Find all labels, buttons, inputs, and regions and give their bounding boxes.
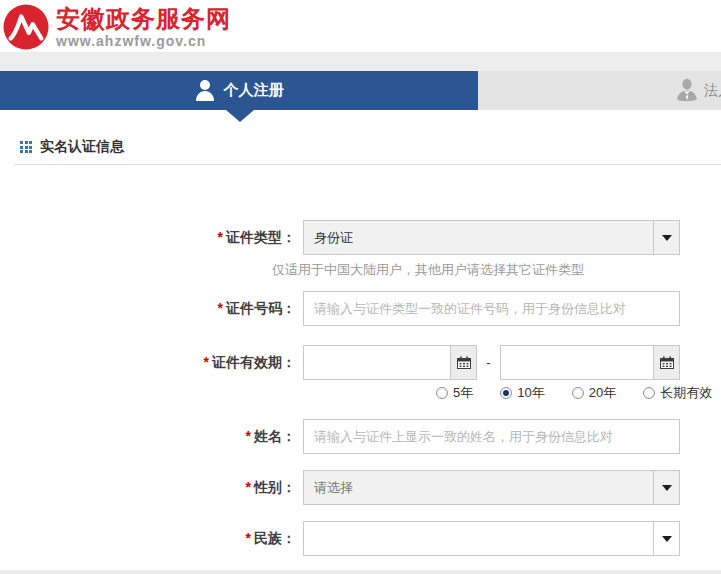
validity-start-calendar-button[interactable] — [450, 346, 476, 379]
tab-corporate-label: 法人 — [704, 82, 721, 100]
gender-row: *性别： 请选择 — [0, 470, 680, 505]
cert-number-row: *证件号码： — [0, 291, 680, 326]
radio-button — [500, 387, 512, 399]
gender-select[interactable]: 请选择 — [303, 470, 680, 505]
validity-row: *证件有效期： - — [0, 345, 680, 380]
registration-tabs: 个人注册 法人 — [0, 71, 721, 110]
business-person-icon — [676, 78, 698, 104]
radio-button — [572, 387, 584, 399]
radio-button — [436, 387, 448, 399]
required-marker: * — [246, 479, 251, 495]
ethnicity-dropdown-button[interactable] — [653, 522, 679, 555]
required-marker: * — [204, 354, 209, 370]
ethnicity-select[interactable] — [303, 521, 680, 556]
cert-number-input[interactable] — [303, 291, 680, 326]
validity-option-longterm[interactable]: 长期有效 — [643, 384, 712, 402]
validity-start-box — [303, 345, 477, 380]
validity-label: *证件有效期： — [0, 354, 296, 372]
ethnicity-label: *民族： — [0, 530, 296, 548]
tab-personal-register[interactable]: 个人注册 — [0, 71, 478, 110]
validity-start-input[interactable] — [304, 346, 450, 379]
bottom-section-edge — [0, 570, 721, 574]
section-divider — [14, 164, 721, 165]
site-logo[interactable]: 安徽政务服务网 www.ahzwfw.gov.cn — [3, 4, 231, 50]
required-marker: * — [246, 428, 251, 444]
validity-option-5y[interactable]: 5年 — [436, 384, 473, 402]
validity-end-input[interactable] — [501, 346, 653, 379]
cert-number-label: *证件号码： — [0, 300, 296, 318]
validity-end-calendar-button[interactable] — [653, 346, 679, 379]
chevron-down-icon — [662, 235, 672, 241]
name-row: *姓名： — [0, 419, 680, 454]
validity-option-10y[interactable]: 10年 — [500, 384, 544, 402]
gender-value: 请选择 — [304, 471, 653, 504]
radio-label: 10年 — [517, 384, 544, 402]
site-name: 安徽政务服务网 — [56, 6, 231, 32]
cert-type-dropdown-button[interactable] — [653, 221, 679, 254]
calendar-icon — [457, 356, 471, 369]
gender-label: *性别： — [0, 479, 296, 497]
tab-personal-label: 个人注册 — [224, 81, 284, 100]
page: 安徽政务服务网 www.ahzwfw.gov.cn 个人注册 法人 — [0, 0, 721, 574]
logo-icon — [3, 4, 49, 50]
chevron-down-icon — [662, 536, 672, 542]
grid-icon — [20, 141, 32, 153]
date-range-separator: - — [477, 355, 500, 370]
cert-type-label: *证件类型： — [0, 229, 296, 247]
header-divider-band — [0, 52, 721, 71]
validity-option-20y[interactable]: 20年 — [572, 384, 616, 402]
active-tab-pointer — [226, 110, 254, 122]
gender-dropdown-button[interactable] — [653, 471, 679, 504]
radio-button — [643, 387, 655, 399]
section-title: 实名认证信息 — [40, 138, 124, 156]
person-icon — [195, 79, 215, 103]
logo-text: 安徽政务服务网 www.ahzwfw.gov.cn — [56, 6, 231, 49]
cert-type-select[interactable]: 身份证 — [303, 220, 680, 255]
ethnicity-row: *民族： — [0, 521, 680, 556]
validity-preset-options: 5年 10年 20年 长期有效 — [436, 384, 712, 402]
calendar-icon — [660, 356, 674, 369]
cert-type-row: *证件类型： 身份证 — [0, 220, 680, 255]
tab-corporate-inner: 法人 — [676, 71, 721, 110]
validity-end-box — [500, 345, 680, 380]
radio-label: 长期有效 — [660, 384, 712, 402]
ethnicity-value — [304, 522, 653, 555]
required-marker: * — [218, 229, 223, 245]
site-url: www.ahzwfw.gov.cn — [56, 33, 231, 49]
name-label: *姓名： — [0, 428, 296, 446]
cert-type-value: 身份证 — [304, 221, 653, 254]
validity-date-group: - — [303, 345, 680, 380]
chevron-down-icon — [662, 485, 672, 491]
required-marker: * — [246, 530, 251, 546]
tab-corporate-register[interactable]: 法人 — [478, 71, 721, 110]
cert-type-hint: 仅适用于中国大陆用户，其他用户请选择其它证件类型 — [272, 261, 584, 279]
required-marker: * — [218, 300, 223, 316]
section-header: 实名认证信息 — [20, 138, 124, 156]
radio-label: 20年 — [589, 384, 616, 402]
name-input[interactable] — [303, 419, 680, 454]
radio-label: 5年 — [453, 384, 473, 402]
